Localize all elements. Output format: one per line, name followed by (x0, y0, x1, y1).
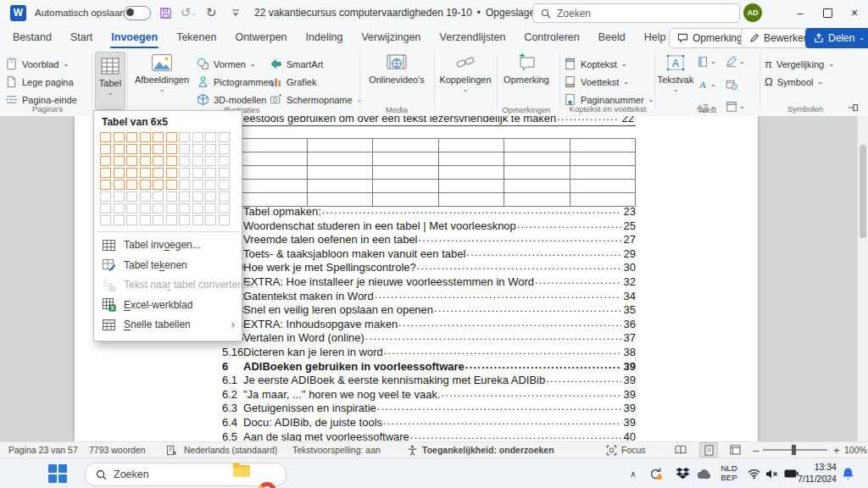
grid-cell-7x1[interactable] (179, 132, 190, 142)
grid-cell-9x6[interactable] (205, 191, 216, 202)
grid-cell-5x2[interactable] (153, 144, 164, 154)
tab-ontwerpen[interactable]: Ontwerpen (225, 25, 296, 49)
tab-verzendlijsten[interactable]: Verzendlijsten (431, 25, 515, 49)
grid-cell-1x6[interactable] (100, 191, 111, 202)
grid-cell-8x3[interactable] (192, 156, 203, 166)
grid-cell-8x4[interactable] (192, 168, 203, 178)
smartart-button[interactable]: SmartArt (270, 55, 356, 73)
grid-cell-7x7[interactable] (179, 203, 190, 214)
read-mode-button[interactable] (672, 442, 689, 458)
table-size-grid[interactable] (94, 130, 242, 225)
accessibility-status[interactable]: Toegankelijkheid: onderzoeken (407, 442, 554, 458)
blank-page-button[interactable]: Lege pagina (5, 73, 90, 91)
menu-item-excel-spreadsheet[interactable]: X Excel-werkblad › (94, 295, 242, 315)
grid-cell-5x7[interactable] (153, 203, 164, 214)
grid-cell-9x4[interactable] (205, 168, 216, 178)
tray-chevron-icon[interactable]: ∧ (626, 458, 641, 488)
minimize-button[interactable]: – (787, 0, 814, 25)
grid-cell-3x5[interactable] (126, 180, 137, 190)
equation-button[interactable]: π Vergelijking⌄ (765, 55, 846, 73)
grid-cell-9x7[interactable] (205, 203, 216, 214)
word-count[interactable]: 7793 woorden (89, 442, 146, 458)
grid-cell-2x8[interactable] (114, 215, 125, 225)
shapes-button[interactable]: Vormen⌄ (197, 55, 270, 73)
quick-access-toolbar-icon[interactable] (231, 0, 241, 25)
grid-cell-4x6[interactable] (140, 191, 151, 202)
grid-cell-8x6[interactable] (192, 191, 203, 202)
symbol-button[interactable]: Ω Symbool⌄ (765, 73, 846, 91)
grid-cell-8x8[interactable] (192, 215, 203, 225)
grid-cell-2x4[interactable] (114, 168, 125, 178)
grid-cell-2x5[interactable] (114, 180, 125, 190)
tab-indeling[interactable]: Indeling (297, 25, 353, 49)
clock[interactable]: 13:347/11/2024 (800, 458, 834, 488)
grid-cell-10x3[interactable] (219, 156, 230, 166)
grid-cell-3x7[interactable] (126, 203, 137, 214)
grid-cell-6x8[interactable] (166, 215, 177, 225)
text-prediction-indicator[interactable]: Tekstvoorspelling: aan (292, 442, 381, 458)
scrollbar-thumb[interactable] (860, 145, 866, 238)
grid-cell-9x5[interactable] (205, 180, 216, 190)
tab-invoegen[interactable]: Invoegen (102, 25, 167, 49)
grid-cell-5x3[interactable] (153, 156, 164, 166)
focus-mode-button[interactable]: Focus (606, 442, 646, 458)
grid-cell-4x3[interactable] (140, 156, 151, 166)
grid-cell-5x6[interactable] (153, 191, 164, 202)
tab-bestand[interactable]: Bestand (3, 25, 61, 49)
tab-tekenen[interactable]: Tekenen (167, 25, 225, 49)
grid-cell-8x5[interactable] (192, 180, 203, 190)
grid-cell-7x2[interactable] (179, 144, 190, 154)
grid-cell-4x1[interactable] (140, 132, 151, 142)
wordart-button[interactable]: A⌄ (697, 77, 726, 92)
grid-cell-3x4[interactable] (126, 168, 137, 178)
grid-cell-4x2[interactable] (140, 144, 151, 154)
word-logo-icon[interactable]: W (10, 0, 26, 25)
grid-cell-8x2[interactable] (192, 144, 203, 154)
grid-cell-6x6[interactable] (166, 191, 177, 202)
menu-item-insert-table[interactable]: Tabel invoegen... › (94, 236, 242, 256)
zoom-level[interactable]: 100% (844, 442, 867, 458)
grid-cell-7x3[interactable] (179, 156, 190, 166)
grid-cell-2x3[interactable] (114, 156, 125, 166)
cover-page-button[interactable]: Voorblad⌄ (5, 55, 90, 73)
grid-cell-1x4[interactable] (100, 168, 111, 178)
grid-cell-2x6[interactable] (114, 191, 125, 202)
save-icon[interactable] (159, 0, 172, 25)
grid-cell-6x5[interactable] (166, 180, 177, 190)
grid-cell-7x4[interactable] (179, 168, 190, 178)
footer-button[interactable]: Voettekst⌄ (564, 73, 652, 91)
file-explorer-icon[interactable] (231, 458, 253, 480)
grid-cell-10x7[interactable] (219, 203, 230, 214)
grid-cell-7x5[interactable] (179, 180, 190, 190)
grid-cell-9x3[interactable] (205, 156, 216, 166)
restore-button[interactable] (814, 0, 841, 25)
grid-cell-1x2[interactable] (100, 144, 111, 154)
grid-cell-4x8[interactable] (140, 215, 151, 225)
document-title[interactable]: 22 vakantiecursus computervaardigheden 1… (254, 0, 551, 25)
grid-cell-10x1[interactable] (219, 132, 230, 142)
close-button[interactable]: × (841, 0, 868, 25)
quick-parts-button[interactable]: ⌄ (697, 54, 726, 69)
grid-cell-8x7[interactable] (192, 203, 203, 214)
sync-icon[interactable] (646, 458, 665, 488)
zoom-slider[interactable] (763, 442, 827, 458)
grid-cell-1x7[interactable] (100, 203, 111, 214)
grid-cell-10x4[interactable] (219, 168, 230, 178)
grid-cell-7x8[interactable] (179, 215, 190, 225)
grid-cell-1x3[interactable] (100, 156, 111, 166)
grid-cell-6x1[interactable] (166, 132, 177, 142)
grid-cell-3x2[interactable] (126, 144, 137, 154)
menu-item-draw-table[interactable]: Tabel tekenen › (94, 255, 242, 275)
grid-cell-10x5[interactable] (219, 180, 230, 190)
tab-verwijzingen[interactable]: Verwijzingen (352, 25, 430, 49)
grid-cell-1x8[interactable] (100, 215, 111, 225)
header-button[interactable]: Koptekst⌄ (564, 55, 652, 73)
grid-cell-5x1[interactable] (153, 132, 164, 142)
table-button[interactable]: Tabel ⌄ (95, 52, 125, 110)
grid-cell-3x1[interactable] (126, 132, 137, 142)
share-button[interactable]: Delen⌄ (805, 28, 868, 48)
redo-icon[interactable]: ↻ (206, 0, 217, 25)
links-button[interactable]: Koppelingen ⌄ (437, 49, 493, 119)
grid-cell-3x6[interactable] (126, 191, 137, 202)
grid-cell-7x6[interactable] (179, 191, 190, 202)
